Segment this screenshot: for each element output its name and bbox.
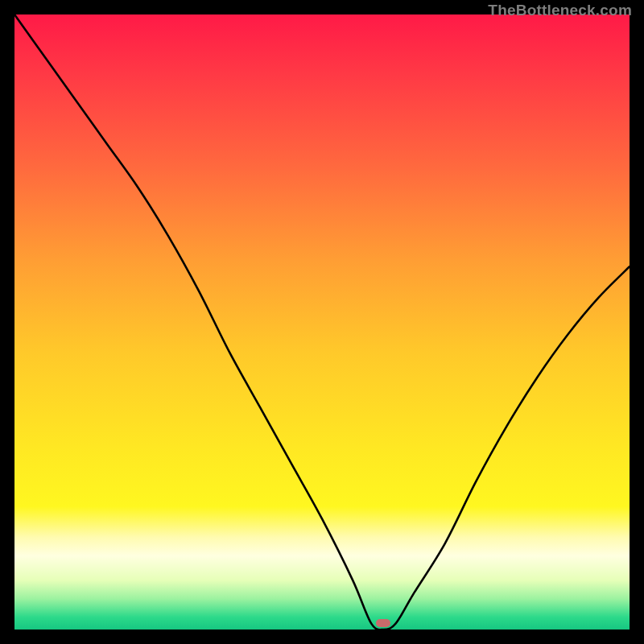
- curve-path: [14, 14, 630, 630]
- minimum-marker: [376, 619, 390, 627]
- plot-area: [14, 14, 630, 630]
- bottleneck-curve: [14, 14, 630, 630]
- watermark-text: TheBottleneck.com: [488, 2, 632, 19]
- chart-container: TheBottleneck.com: [0, 0, 644, 644]
